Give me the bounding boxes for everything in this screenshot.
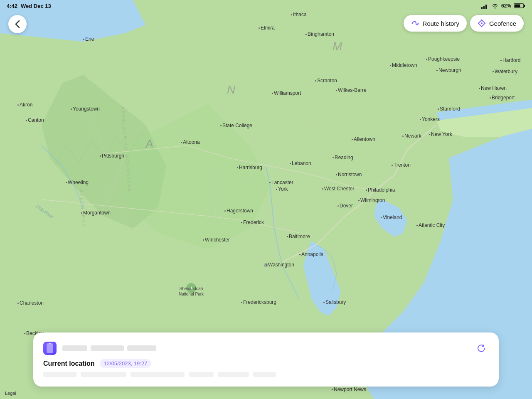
svg-point-17 [481,26,482,27]
legal-text[interactable]: Legal [5,391,16,396]
svg-point-16 [485,23,485,24]
device-name-blurred [62,345,156,351]
wifi-icon [491,3,499,9]
svg-text:✦: ✦ [190,286,193,291]
timestamp-badge: 12/05/2023, 19:27 [100,359,152,368]
svg-point-15 [481,20,482,20]
current-location-label: Current location [43,360,95,367]
signal-icon [481,3,489,9]
svg-rect-4 [481,7,483,9]
location-info: Current location 12/05/2023, 19:27 [43,359,489,368]
geofence-label: Geofence [489,20,516,27]
device-icon [43,342,57,355]
route-history-button[interactable]: Route history [404,15,467,32]
card-header [43,341,489,356]
bottom-card: Current location 12/05/2023, 19:27 [33,332,499,387]
refresh-button[interactable] [474,341,489,356]
status-bar: 4:42 Wed Dec 13 62% [0,0,532,12]
svg-rect-6 [485,5,487,9]
route-history-icon [411,19,419,27]
svg-point-11 [411,23,413,24]
back-chevron-icon [15,20,20,28]
back-button[interactable] [8,15,27,33]
svg-rect-10 [515,5,520,7]
svg-point-12 [417,23,419,24]
status-right: 62% [481,3,525,9]
geofence-icon [478,19,486,27]
svg-rect-20 [47,344,53,353]
route-history-label: Route history [423,20,459,27]
address-blurred [43,372,489,377]
refresh-icon [476,343,486,353]
svg-rect-5 [483,6,485,9]
svg-rect-7 [488,3,489,9]
geofence-button[interactable]: Geofence [470,15,524,32]
battery-icon [514,3,525,9]
status-date: Wed Dec 13 [21,3,51,9]
svg-rect-21 [49,343,51,344]
card-left [43,342,156,355]
svg-point-3 [264,263,268,267]
svg-rect-9 [524,5,525,7]
svg-point-18 [478,23,479,24]
battery-percent: 62% [501,3,511,9]
top-buttons: Route history Geofence [404,15,524,32]
status-left: 4:42 Wed Dec 13 [7,3,51,9]
svg-point-14 [481,22,483,24]
status-time: 4:42 [7,3,17,9]
